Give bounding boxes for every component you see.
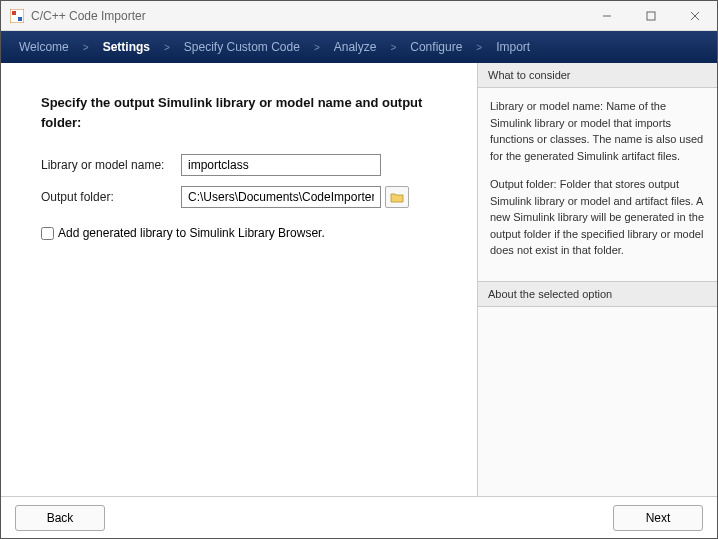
consider-text-2: Output folder: Folder that stores output… [490,176,705,259]
library-name-input[interactable] [181,154,381,176]
consider-text-1: Library or model name: Name of the Simul… [490,98,705,164]
maximize-button[interactable] [629,1,673,31]
footer: Back Next [1,496,717,538]
output-folder-row: Output folder: [41,186,449,208]
step-import[interactable]: Import [496,40,530,54]
page-heading: Specify the output Simulink library or m… [41,93,449,132]
chevron-right-icon: > [476,42,482,53]
content-area: Specify the output Simulink library or m… [1,63,717,496]
output-folder-label: Output folder: [41,190,181,204]
what-to-consider-section: What to consider Library or model name: … [478,63,717,281]
back-button[interactable]: Back [15,505,105,531]
output-folder-input[interactable] [181,186,381,208]
window-title: C/C++ Code Importer [31,9,585,23]
chevron-right-icon: > [314,42,320,53]
library-name-label: Library or model name: [41,158,181,172]
step-welcome[interactable]: Welcome [19,40,69,54]
about-selected-section: About the selected option [478,281,717,497]
step-configure[interactable]: Configure [410,40,462,54]
svg-rect-2 [18,17,22,21]
svg-rect-4 [647,12,655,20]
add-to-browser-row: Add generated library to Simulink Librar… [41,226,449,240]
browse-folder-button[interactable] [385,186,409,208]
side-panel: What to consider Library or model name: … [477,63,717,496]
what-to-consider-body: Library or model name: Name of the Simul… [478,88,717,281]
breadcrumb: Welcome > Settings > Specify Custom Code… [1,31,717,63]
chevron-right-icon: > [164,42,170,53]
titlebar: C/C++ Code Importer [1,1,717,31]
add-to-browser-label: Add generated library to Simulink Librar… [58,226,325,240]
chevron-right-icon: > [390,42,396,53]
app-icon [9,8,25,24]
what-to-consider-header: What to consider [478,63,717,88]
minimize-button[interactable] [585,1,629,31]
step-analyze[interactable]: Analyze [334,40,377,54]
library-name-row: Library or model name: [41,154,449,176]
step-specify-custom-code[interactable]: Specify Custom Code [184,40,300,54]
next-button[interactable]: Next [613,505,703,531]
main-panel: Specify the output Simulink library or m… [1,63,477,496]
folder-icon [390,192,404,203]
close-button[interactable] [673,1,717,31]
chevron-right-icon: > [83,42,89,53]
step-settings[interactable]: Settings [103,40,150,54]
about-selected-body [478,307,717,327]
svg-rect-1 [12,11,16,15]
about-selected-header: About the selected option [478,282,717,307]
add-to-browser-checkbox[interactable] [41,227,54,240]
window-controls [585,1,717,31]
